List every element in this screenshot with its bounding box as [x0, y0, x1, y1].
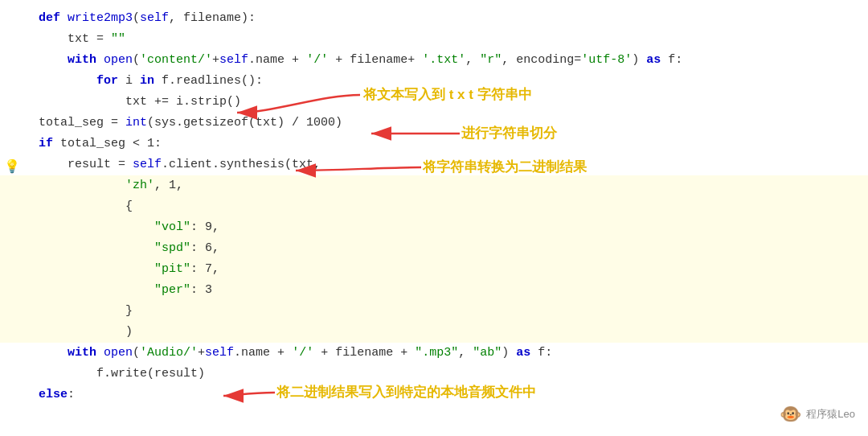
token: f: [661, 53, 682, 67]
token: f.readlines(): [154, 74, 263, 88]
token: f: [530, 346, 552, 360]
token: in [140, 74, 154, 88]
token: , encoding= [502, 53, 581, 67]
line-content: txt = "" [32, 29, 868, 50]
line-content: else: [32, 385, 868, 405]
code-line: "vol": 9, [0, 217, 868, 238]
code-line: def write2mp3(self, filename): [0, 8, 868, 29]
token: txt += i.strip() [125, 95, 241, 109]
token: .name + [248, 53, 306, 67]
line-content: ) [32, 322, 868, 343]
token: , [458, 346, 473, 360]
token: "vol" [154, 220, 190, 234]
line-content: f.write(result) [32, 364, 868, 385]
token: total_seg < 1: [60, 137, 162, 150]
line-content: result = self.client.synthesis(txt, [32, 154, 868, 175]
code-line: txt = "" [0, 29, 868, 50]
token: 'content/' [140, 53, 212, 67]
code-line: f.write(result) [0, 364, 868, 385]
line-content: { [32, 196, 868, 217]
watermark-icon: 🐵 [780, 404, 801, 425]
token: ".mp3" [415, 346, 458, 360]
token: + filename + [313, 346, 415, 360]
code-line: else: [0, 385, 868, 405]
token: with [68, 53, 104, 67]
token: open [104, 53, 133, 67]
code-line: ) [0, 322, 868, 343]
token: + filename+ [328, 53, 422, 67]
token: , [465, 53, 480, 67]
token: for [96, 74, 125, 88]
token: else [39, 388, 68, 401]
token: int [125, 116, 147, 130]
token: result = [68, 158, 133, 171]
token: if [39, 137, 60, 150]
token: write2mp3 [68, 11, 133, 25]
token: , filename): [169, 11, 256, 25]
token: "r" [480, 53, 502, 67]
code-area: def write2mp3(self, filename): txt = "" … [0, 0, 868, 436]
token: total_seg = [39, 116, 125, 130]
line-content: "pit": 7, [32, 259, 868, 280]
line-content: if total_seg < 1: [32, 134, 868, 154]
token: as [646, 53, 661, 67]
token: ) [632, 53, 646, 67]
token: ) [125, 325, 133, 339]
token: 'zh' [125, 179, 154, 192]
token: '.txt' [422, 53, 465, 67]
token: f.write(result) [96, 367, 205, 380]
code-line: 'zh', 1, [0, 175, 868, 196]
code-line: for i in f.readlines(): [0, 71, 868, 92]
token: self [140, 11, 169, 25]
token: } [125, 304, 133, 318]
token: (sys.getsizeof(txt) / 1000) [147, 116, 342, 130]
line-content: total_seg = int(sys.getsizeof(txt) / 100… [32, 113, 868, 134]
code-line: "spd": 6, [0, 238, 868, 259]
line-content: "per": 3 [32, 280, 868, 301]
code-line: with open('content/'+self.name + '/' + f… [0, 50, 868, 71]
token: : 6, [190, 241, 219, 255]
token: ( [133, 53, 140, 67]
token: : 3 [190, 283, 212, 297]
token: self [133, 158, 162, 171]
line-content: } [32, 301, 868, 322]
token: as [516, 346, 530, 360]
token: 'Audio/' [140, 346, 198, 360]
token: open [104, 346, 133, 360]
line-content: with open('content/'+self.name + '/' + f… [32, 50, 868, 71]
token: : 9, [190, 220, 219, 234]
token: '/' [306, 53, 328, 67]
code-line: with open('Audio/'+self.name + '/' + fil… [0, 343, 868, 364]
code-line: } [0, 301, 868, 322]
token: "pit" [154, 262, 190, 276]
token: '/' [292, 346, 313, 360]
line-content: "vol": 9, [32, 217, 868, 238]
line-content: def write2mp3(self, filename): [32, 8, 868, 29]
token: ) [502, 346, 516, 360]
token: .client.synthesis(txt, [162, 158, 321, 171]
token: self [219, 53, 248, 67]
token: "per" [154, 283, 190, 297]
watermark: 🐵 程序猿Leo [780, 404, 855, 425]
token: + [198, 346, 205, 360]
token: .name + [234, 346, 292, 360]
line-content: with open('Audio/'+self.name + '/' + fil… [32, 343, 868, 364]
token: : 7, [190, 262, 219, 276]
token: "" [111, 32, 125, 46]
line-content: for i in f.readlines(): [32, 71, 868, 92]
token: : [68, 388, 75, 401]
token: + [212, 53, 219, 67]
code-line: if total_seg < 1: [0, 134, 868, 154]
token: { [125, 199, 133, 213]
code-line: "pit": 7, [0, 259, 868, 280]
token: i [125, 74, 140, 88]
watermark-text: 程序猿Leo [806, 407, 855, 422]
code-line: "per": 3 [0, 280, 868, 301]
code-line: total_seg = int(sys.getsizeof(txt) / 100… [0, 113, 868, 134]
token: ( [133, 11, 140, 25]
line-content: 'zh', 1, [32, 175, 868, 196]
code-line: txt += i.strip() [0, 92, 868, 113]
token: , 1, [154, 179, 183, 192]
token: "spd" [154, 241, 190, 255]
token: ( [133, 346, 140, 360]
